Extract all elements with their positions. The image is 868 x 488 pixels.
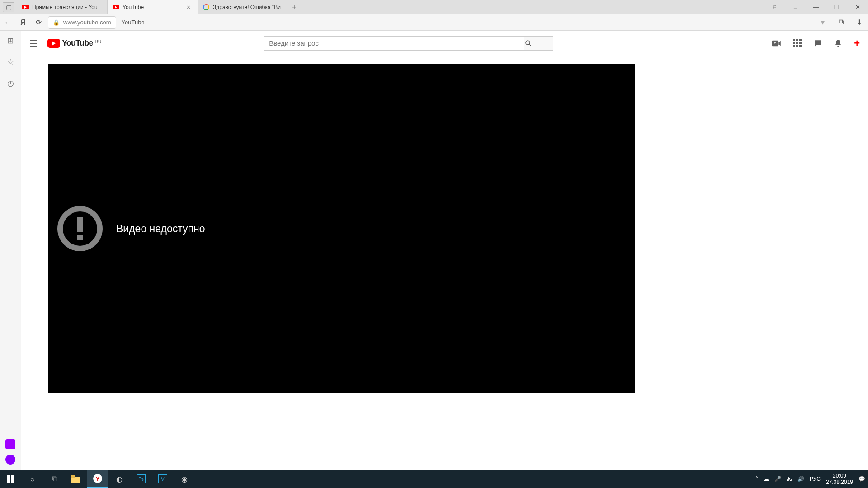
language-indicator[interactable]: РУС [810,476,821,482]
downloads-button[interactable]: ⬇ [850,18,868,27]
search-taskbar-icon[interactable]: ⌕ [22,470,43,488]
task-view-icon[interactable]: ⧉ [43,470,65,488]
browser-panel-toggle[interactable]: ▢ [3,2,14,12]
browser-tab-google[interactable]: Здравствуйте! Ошибка "Ви [198,0,288,14]
youtube-logo[interactable]: YouTube RU [47,38,101,48]
pin-icon[interactable]: ⚐ [764,0,785,14]
system-tray: ˄ ☁ 🎤 🖧 🔊 РУС 20:09 27.08.2019 💬 [755,473,868,485]
browser-address-bar: ← Я ⟳ 🔒 www.youtube.com YouTube ▾ ⧉ ⬇ [0,14,868,31]
notifications-icon[interactable] [834,39,842,48]
svg-rect-8 [7,479,10,483]
clock[interactable]: 20:09 27.08.2019 [826,473,853,485]
video-player[interactable]: Видео недоступно [48,64,635,393]
clock-date: 27.08.2019 [826,479,853,485]
file-explorer-icon[interactable] [65,470,87,488]
favorites-icon[interactable]: ☆ [7,57,14,67]
svg-rect-11 [71,475,75,478]
hamburger-menu[interactable]: ☰ [29,38,47,49]
windows-taskbar: ⌕ ⧉ Y ◐ Ps V ◉ ˄ ☁ 🎤 🖧 🔊 РУС 20:09 27.08… [0,470,868,488]
svg-rect-6 [7,475,10,479]
alice-assistant-icon[interactable] [5,455,15,465]
search-button[interactable] [524,36,553,51]
bookmark-button[interactable]: ▾ [814,18,832,27]
create-video-icon[interactable] [771,40,781,47]
youtube-icon [112,4,119,11]
page-label: YouTube [122,19,145,26]
youtube-wordmark: YouTube [62,38,93,48]
yandex-browser-taskbar[interactable]: Y [87,470,108,488]
error-icon [57,206,103,251]
sign-in-plus-icon[interactable]: + [854,38,860,49]
browser-tab-youtube[interactable]: YouTube × [108,0,198,14]
minimize-button[interactable]: — [806,0,826,14]
svg-line-1 [529,44,531,46]
tray-expand-icon[interactable]: ˄ [755,476,758,482]
close-icon[interactable]: × [187,4,193,11]
youtube-header-actions: + [771,38,860,49]
lock-icon: 🔒 [53,19,60,26]
svg-rect-9 [11,479,14,483]
steam-taskbar-icon[interactable]: ◐ [108,470,130,488]
microphone-icon[interactable]: 🎤 [774,476,781,482]
photoshop-taskbar-icon[interactable]: Ps [130,470,152,488]
browser-tab-bar: ▢ Прямые трансляции - You YouTube × Здра… [0,0,868,14]
volume-icon[interactable]: 🔊 [797,476,804,482]
reload-button[interactable]: ⟳ [31,18,46,27]
youtube-play-icon [47,39,60,48]
back-button[interactable]: ← [0,19,15,27]
search-icon [524,39,533,47]
url-domain: www.youtube.com [63,19,111,26]
player-error-text: Видео недоступно [116,223,205,235]
player-area: Видео недоступно [21,56,868,393]
messages-icon[interactable] [813,39,822,48]
youtube-page: ☰ YouTube RU + [21,31,868,470]
svg-marker-3 [778,41,780,46]
new-tab-button[interactable]: + [288,3,300,11]
clock-time: 20:09 [826,473,853,479]
tab-title: Прямые трансляции - You [32,4,103,10]
tab-title: YouTube [123,4,184,10]
maximize-button[interactable]: ❐ [826,0,847,14]
action-center-icon[interactable]: 💬 [859,476,865,482]
browser-sidebar: ⊞ ☆ ◷ [0,31,21,470]
obs-taskbar-icon[interactable]: ◉ [174,470,195,488]
start-button[interactable] [0,470,22,488]
app-shortcut-1[interactable] [5,439,15,449]
onedrive-icon[interactable]: ☁ [764,476,769,482]
close-button[interactable]: ✕ [847,0,868,14]
menu-icon[interactable]: ≡ [785,0,806,14]
history-icon[interactable]: ◷ [7,79,14,88]
yandex-home-button[interactable]: Я [15,19,31,27]
svg-rect-7 [11,475,14,479]
youtube-icon [22,4,29,11]
vegas-taskbar-icon[interactable]: V [152,470,174,488]
window-controls: ⚐ ≡ — ❐ ✕ [764,0,868,14]
search-input[interactable] [264,36,524,51]
browser-tab-live[interactable]: Прямые трансляции - You [17,0,108,14]
youtube-search [264,36,553,51]
youtube-header: ☰ YouTube RU + [21,31,868,56]
google-icon [203,4,210,11]
apps-grid-icon[interactable] [793,39,802,47]
widgets-icon[interactable]: ⊞ [7,36,14,46]
url-field[interactable]: 🔒 www.youtube.com [48,16,116,29]
network-icon[interactable]: 🖧 [787,476,792,482]
tab-title: Здравствуйте! Ошибка "Ви [213,4,283,10]
youtube-region: RU [95,39,101,44]
svg-point-0 [526,41,530,45]
svg-rect-5 [775,42,775,43]
extensions-button[interactable]: ⧉ [832,18,850,27]
